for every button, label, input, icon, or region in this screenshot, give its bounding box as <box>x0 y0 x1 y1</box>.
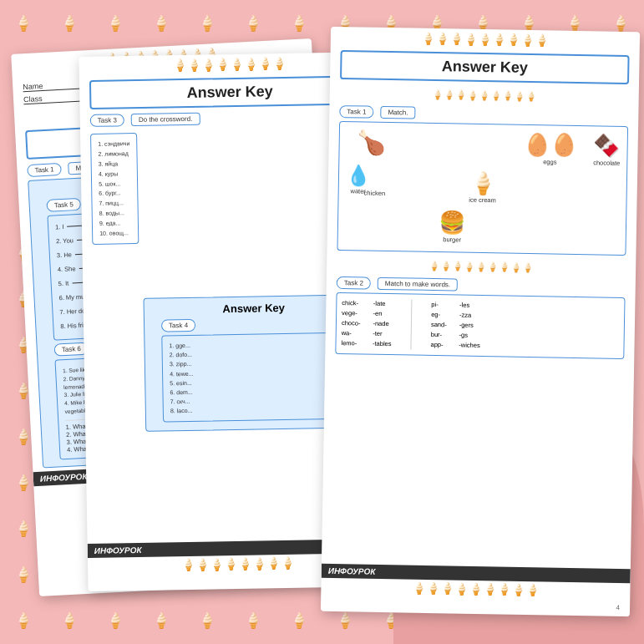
front-task1-instruction: Match. <box>380 106 415 119</box>
front-answer-key-box: Answer Key <box>340 50 630 84</box>
front-word-match-box: chick- vege- choco- wa- lemo- -late -en … <box>335 292 625 359</box>
front-page-dots-top: 🍦🍦🍦🍦🍦🍦🍦🍦🍦 <box>331 27 640 52</box>
front-task2-row: Task 2 Match to make words. <box>337 276 626 294</box>
food-eggs: 🥚🥚 eggs <box>523 132 577 166</box>
middle-task3-label: Task 3 <box>90 114 124 127</box>
front-word-col-4: -les -zza -gers -gs -wiches <box>459 301 480 351</box>
front-word-col-2: -late -en -nade -ter -tables <box>373 299 393 349</box>
front-answer-key-title: Answer Key <box>346 56 623 79</box>
middle-logo-text: ИНФОУРОК <box>94 545 142 555</box>
back-logo-text: ИНФОУРОК <box>40 471 88 483</box>
front-page-dots-sub: 🍦🍦🍦🍦🍦🍦🍦🍦🍦 <box>330 84 639 107</box>
back-task5-label: Task 5 <box>46 198 81 212</box>
middle-task4-row: Task 4 <box>161 317 347 332</box>
middle-answer-key-title: Answer Key <box>95 81 364 104</box>
front-task2-label: Task 2 <box>337 276 371 290</box>
back-task1-label: Task 1 <box>27 163 62 177</box>
middle-task4-label: Task 4 <box>161 319 195 332</box>
front-word-col-3: pi- eg- sand- bur- app- <box>430 300 447 350</box>
front-task2-instruction: Match to make words. <box>378 277 458 292</box>
front-match-box: 🍗 🥚🥚 eggs 🍫 chocolate 💧 water 🍦 ice crea… <box>337 121 628 256</box>
middle-answer-key-box: Answer Key <box>89 75 371 109</box>
food-chicken: 🍗 <box>356 129 386 157</box>
middle-crossword-box: 1. сэндвичи 2. лимонад 3. яйца 4. куры 5… <box>90 133 139 245</box>
middle-task3-instruction: Do the crossword. <box>131 113 200 126</box>
front-page-dots-bottom: 🍦🍦🍦🍦🍦🍦🍦🍦🍦 <box>321 576 630 601</box>
front-task1-label: Task 1 <box>339 105 373 119</box>
food-chicken-label: chicken <box>364 190 386 197</box>
food-ice-cream: 🍦 ice cream <box>469 170 496 205</box>
front-page: 🍦🍦🍦🍦🍦🍦🍦🍦🍦 Answer Key 🍦🍦🍦🍦🍦🍦🍦🍦🍦 Task 1 Ma… <box>321 27 640 616</box>
front-word-col-1: chick- vege- choco- wa- lemo- <box>341 298 361 348</box>
front-logo-text: ИНФОУРОК <box>328 566 376 576</box>
food-burger: 🍔 burger <box>439 210 466 244</box>
front-task1-row: Task 1 Match. <box>339 105 628 123</box>
middle-crossword-answers: 1. сэндвичи 2. лимонад 3. яйца 4. куры 5… <box>98 139 131 239</box>
middle-task4-answers: 1. gge... 2. dofo... 3. zipp... 4. tewe.… <box>161 332 348 422</box>
food-chocolate: 🍫 chocolate <box>593 133 621 167</box>
front-page-dots-mid: 🍦🍦🍦🍦🍦🍦🍦🍦🍦 <box>327 256 636 278</box>
front-page-number: 4 <box>616 604 621 611</box>
middle-task4-answer-list: 1. gge... 2. dofo... 3. zipp... 4. tewe.… <box>169 338 341 416</box>
